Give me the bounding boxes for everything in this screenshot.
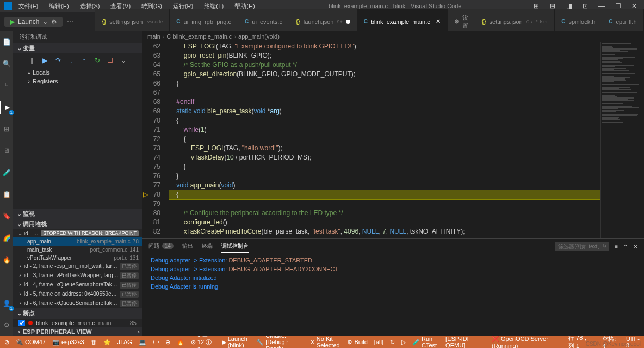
registers-item[interactable]: ›Registers	[13, 77, 142, 86]
search-icon[interactable]: 🔍	[0, 57, 13, 70]
play-icon: ▶	[10, 18, 15, 26]
step-over-icon[interactable]: ↷	[53, 56, 63, 65]
variables-section[interactable]: ⌄变量	[13, 43, 142, 53]
editor-tab[interactable]: {}launch.json9+	[289, 9, 357, 34]
breakpoint-icon	[28, 321, 33, 325]
panel-tab-problems[interactable]: 问题 14	[148, 240, 174, 252]
stack-frame[interactable]: vPortTaskWrapperport.c131	[13, 254, 142, 262]
filter-input[interactable]	[555, 242, 609, 251]
esp-icon[interactable]: 📋	[0, 188, 13, 201]
editor-tab[interactable]: {}settings.jsonC:\...\User	[475, 9, 555, 34]
close-icon[interactable]: ✕	[436, 18, 441, 25]
fire-icon[interactable]: 🔥	[0, 253, 13, 266]
tab-bar: ▶ Launch ⌄ ⚙ ⋯ {}settings.json.vscodeCui…	[0, 12, 644, 31]
editor-tabs: {}settings.json.vscodeCui_img_rgb_png.cC…	[95, 9, 643, 34]
code-content[interactable]: ESP_LOGI(TAG, "Example configured to bli…	[169, 42, 600, 238]
thread-item[interactable]: ›id - 2, frame -esp_pm_impl_waiti, targe…	[13, 262, 142, 271]
step-out-icon[interactable]: ↑	[79, 56, 89, 65]
breakpoints-section[interactable]: ⌄断点	[13, 308, 142, 319]
dropdown-icon[interactable]: ⌄	[119, 56, 128, 65]
settings-icon[interactable]: ⚙	[0, 319, 13, 332]
activity-bar: 📄 🔍 ⑂ ▶1 ⊞ 🖥 🧪 📋 🔖 🌈 🔥 👤1 ⚙	[0, 31, 13, 336]
status-item[interactable]: 📷esp32s3	[50, 331, 86, 348]
c-icon: C	[245, 19, 249, 25]
continue-icon[interactable]: ▶	[40, 56, 50, 65]
breakpoint-item[interactable]: blink_example_main.c main 85	[13, 319, 142, 327]
stack-frame[interactable]: main_taskport_common.c141	[13, 246, 142, 254]
sidebar-title: 运行和调试⋯	[13, 31, 142, 43]
thread-item[interactable]: ⌄id - 1, frame -app_main...STOPPED WITH …	[13, 229, 142, 237]
expand-icon[interactable]: ⌃	[623, 243, 628, 249]
c-icon: C	[561, 19, 565, 25]
restart-icon[interactable]: ↻	[92, 56, 102, 65]
panel-tab-terminal[interactable]: 终端	[202, 240, 213, 252]
modified-dot	[346, 20, 350, 24]
thread-item[interactable]: ›id - 5, frame on address: 0x400559e0, t…	[13, 290, 142, 299]
panel-tab-output[interactable]: 输出	[182, 240, 193, 252]
line-gutter: 6263646566676869707172737475767778▷79808…	[142, 42, 169, 238]
editor-tab[interactable]: ⚙设置	[448, 9, 475, 34]
stop-icon[interactable]: ☐	[106, 56, 115, 65]
menu-item[interactable]: 文件(F)	[14, 1, 42, 11]
editor: main›C blink_example_main.c›app_main(voi…	[142, 31, 644, 336]
chevron-down-icon: ⌄	[42, 18, 48, 26]
more-icon[interactable]: ⋯	[67, 18, 73, 26]
settings-icon: ⚙	[454, 19, 459, 25]
panel-tab-debug-console[interactable]: 调试控制台	[221, 240, 249, 253]
thread-item[interactable]: ›id - 3, frame -vPortTaskWrapper, target…	[13, 271, 142, 280]
pause-icon[interactable]: ‖	[27, 56, 37, 65]
status-item[interactable]: ⊘	[2, 331, 11, 348]
editor-tab[interactable]: Cspinlock.h	[555, 9, 602, 34]
c-icon: C	[176, 19, 180, 25]
json-icon: {}	[296, 19, 300, 25]
list-icon[interactable]: ≡	[615, 243, 618, 249]
window-title: blink_example_main.c - blink - Visual St…	[259, 3, 531, 9]
status-item[interactable]: 🔌COM47	[14, 331, 48, 348]
rainbow-icon[interactable]: 🌈	[0, 231, 13, 245]
status-item[interactable]: ⭐	[101, 331, 113, 348]
vscode-logo	[4, 2, 12, 10]
callstack-list: ⌄id - 1, frame -app_main...STOPPED WITH …	[13, 229, 142, 308]
status-item[interactable]: JTAG	[115, 331, 134, 348]
panel-tabs: 问题 14 输出 终端 调试控制台 ≡ ⌃ ✕	[142, 239, 644, 254]
editor-tab[interactable]: Cui_events.c	[238, 9, 289, 34]
editor-tab[interactable]: Cblink_example_main.c✕	[357, 9, 448, 34]
launch-config[interactable]: ▶ Launch ⌄ ⚙	[4, 17, 63, 27]
c-icon: C	[609, 19, 612, 25]
gear-icon[interactable]: ⚙	[51, 18, 57, 26]
callstack-section[interactable]: ⌄调用堆栈	[13, 219, 142, 229]
c-icon: C	[364, 19, 368, 25]
bookmark-icon[interactable]: 🔖	[0, 210, 13, 223]
test-icon[interactable]: 🧪	[0, 166, 13, 179]
statusbar: ⊘🔌COM47📷esp32s3🗑⭐JTAG💻🖵⊕🔥⊗0 ⚠ 12 ⓘ 2▶Lau…	[0, 336, 644, 348]
remote-icon[interactable]: 🖥	[0, 144, 13, 157]
account-icon[interactable]: 👤1	[0, 297, 13, 310]
close-panel-icon[interactable]: ✕	[633, 243, 637, 249]
json-icon: {}	[482, 19, 486, 25]
step-into-icon[interactable]: ↓	[66, 56, 76, 65]
editor-tab[interactable]: {}settings.json.vscode	[95, 9, 170, 34]
minimap[interactable]	[600, 42, 644, 238]
status-item[interactable]: 🗑	[89, 331, 99, 348]
debug-icon[interactable]: ▶1	[0, 101, 13, 114]
stack-frame[interactable]: app_mainblink_example_main.c78	[13, 237, 142, 246]
watch-section[interactable]: ⌄监视	[13, 209, 142, 219]
editor-tab[interactable]: Cui_img_rgb_png.c	[170, 9, 238, 34]
thread-item[interactable]: ›id - 4, frame -xQueueSemaphoreTake, tar…	[13, 280, 142, 290]
debug-console[interactable]: Debug adapter -> Extension: DEBUG_ADAPTE…	[142, 254, 644, 293]
launch-label: Launch	[18, 18, 39, 26]
json-icon: {}	[102, 19, 106, 25]
bp-checkbox[interactable]	[18, 320, 25, 326]
bottom-panel: 问题 14 输出 终端 调试控制台 ≡ ⌃ ✕ Debug adapter ->…	[142, 238, 644, 336]
extensions-icon[interactable]: ⊞	[0, 123, 13, 136]
menu-item[interactable]: 编辑(E)	[45, 1, 73, 11]
thread-item[interactable]: ›id - 6, frame -xQueueSemaphoreTake, tar…	[13, 299, 142, 308]
breadcrumb[interactable]: main›C blink_example_main.c›app_main(voi…	[142, 31, 644, 42]
scm-icon[interactable]: ⑂	[0, 79, 13, 92]
explorer-icon[interactable]: 📄	[0, 35, 13, 48]
watermark: CSDN @Kevincoooool	[586, 341, 641, 347]
editor-tab[interactable]: Ccpu_ll.h	[602, 9, 643, 34]
debug-sidebar: 运行和调试⋯ ⌄变量 ‖ ▶ ↷ ↓ ↑ ↻ ☐ ⌄ ⌄Locals ›Regi…	[13, 31, 142, 336]
locals-item[interactable]: ⌄Locals	[13, 68, 142, 77]
